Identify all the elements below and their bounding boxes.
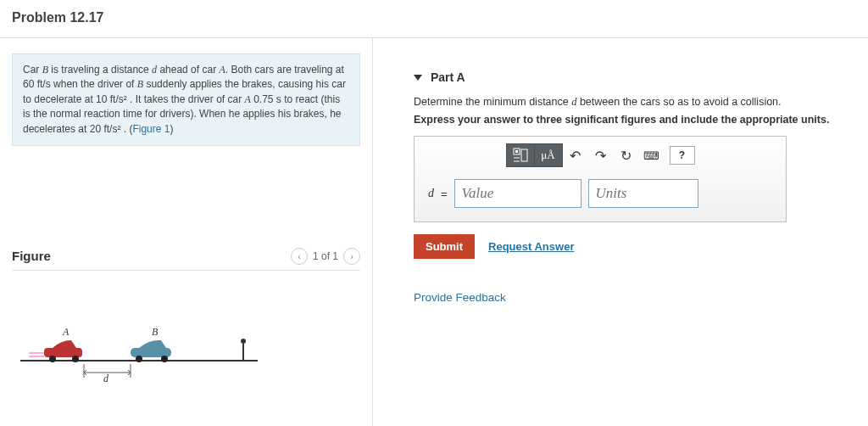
- answer-inputs: d =: [423, 176, 777, 211]
- answer-box: μÅ ↶ ↷ ↻ ⌨ ? d =: [414, 136, 787, 222]
- part-prompt: Determine the minimum distance d between…: [414, 96, 844, 109]
- right-column: Part A Determine the minimum distance d …: [373, 38, 868, 426]
- svg-rect-7: [29, 356, 44, 357]
- text: Determine the minimum distance: [414, 96, 571, 108]
- text: when the driver of: [51, 78, 137, 90]
- text: . (: [120, 123, 132, 135]
- svg-rect-16: [521, 149, 527, 161]
- left-column: Car B is traveling a distance d ahead of…: [0, 38, 373, 426]
- text: Car: [23, 64, 42, 76]
- svg-point-5: [72, 356, 79, 362]
- text: is traveling a distance: [48, 64, 152, 76]
- submit-button[interactable]: Submit: [414, 234, 475, 259]
- figure-header: Figure ‹ 1 of 1 ›: [12, 248, 360, 271]
- var-b: B: [42, 64, 48, 76]
- figure-image: A B: [12, 301, 360, 403]
- undo-button[interactable]: ↶: [563, 143, 588, 167]
- provide-feedback-link[interactable]: Provide Feedback: [414, 291, 844, 304]
- dim-d-label: d: [103, 373, 109, 384]
- unit: ft/s²: [103, 123, 120, 135]
- text: . It takes the driver of car: [127, 93, 245, 105]
- car-a-label: A: [62, 326, 70, 338]
- problem-title: Problem 12.17: [12, 10, 856, 25]
- car-b-label: B: [152, 326, 159, 338]
- units-button[interactable]: μÅ: [534, 143, 563, 167]
- answer-toolbar: μÅ ↶ ↷ ↻ ⌨ ?: [423, 143, 777, 167]
- answer-variable: d: [428, 187, 434, 200]
- request-answer-link[interactable]: Request Answer: [488, 240, 574, 253]
- svg-point-2: [241, 339, 246, 344]
- text: ahead of car: [157, 64, 219, 76]
- text: ): [170, 123, 173, 135]
- prev-figure-button[interactable]: ‹: [291, 248, 308, 265]
- svg-rect-15: [515, 150, 518, 153]
- help-button[interactable]: ?: [670, 146, 695, 165]
- equals: =: [441, 188, 448, 200]
- figure-link[interactable]: Figure 1: [132, 123, 170, 135]
- template-button[interactable]: [506, 143, 535, 167]
- unit: ft/s²: [110, 93, 127, 105]
- submit-row: Submit Request Answer: [414, 234, 844, 259]
- content-columns: Car B is traveling a distance d ahead of…: [0, 38, 868, 426]
- svg-rect-1: [242, 344, 244, 361]
- part-instruction: Express your answer to three significant…: [414, 114, 844, 126]
- title-bar: Problem 12.17: [0, 0, 868, 38]
- text: between the cars so as to avoid a collis…: [576, 96, 781, 108]
- svg-point-9: [136, 356, 142, 362]
- figure-pager: ‹ 1 of 1 ›: [291, 248, 360, 265]
- var-a: A: [219, 64, 225, 76]
- problem-intro: Car B is traveling a distance d ahead of…: [12, 53, 360, 146]
- var-a: A: [244, 93, 250, 105]
- figure-heading: Figure: [12, 249, 51, 263]
- next-figure-button[interactable]: ›: [343, 248, 360, 265]
- part-header[interactable]: Part A: [414, 70, 844, 84]
- units-input[interactable]: [588, 179, 698, 208]
- pager-text: 1 of 1: [313, 250, 338, 262]
- svg-point-10: [161, 356, 168, 362]
- value-input[interactable]: [454, 179, 581, 208]
- unit: ft/s: [37, 78, 51, 90]
- collapse-icon: [414, 75, 422, 81]
- svg-rect-6: [29, 352, 44, 354]
- svg-point-4: [49, 356, 56, 362]
- var-b: B: [137, 78, 143, 90]
- keyboard-button[interactable]: ⌨: [639, 143, 665, 167]
- reset-button[interactable]: ↻: [614, 143, 639, 167]
- redo-button[interactable]: ↷: [588, 143, 614, 167]
- part-label: Part A: [431, 70, 465, 84]
